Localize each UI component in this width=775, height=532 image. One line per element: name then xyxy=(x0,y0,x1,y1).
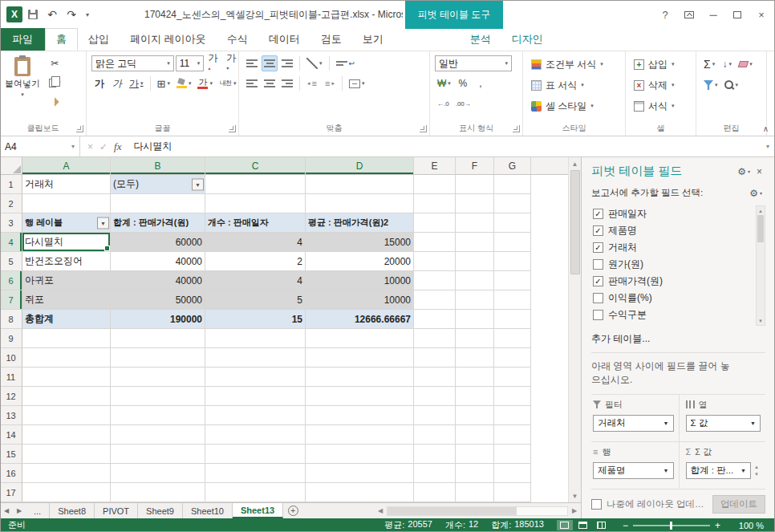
select-all-corner[interactable] xyxy=(0,157,22,175)
filter-dropdown-icon[interactable]: ▼ xyxy=(97,217,109,229)
cell-B2[interactable] xyxy=(111,194,205,213)
cell-E6[interactable] xyxy=(414,271,456,290)
cell-D2[interactable] xyxy=(306,194,414,213)
align-right-button[interactable] xyxy=(279,75,295,91)
font-size-select[interactable]: 11▾ xyxy=(176,55,205,71)
sort-filter-button[interactable]: ▾ xyxy=(701,77,720,93)
scroll-right-icon[interactable]: ▶ xyxy=(568,505,581,518)
cell-A12[interactable] xyxy=(22,387,111,406)
enter-formula-icon[interactable]: ✓ xyxy=(99,141,108,152)
cell-D12[interactable] xyxy=(306,387,414,406)
middle-align-button[interactable] xyxy=(262,55,278,71)
cell-G7[interactable] xyxy=(494,290,531,310)
pane-options-button[interactable]: ⚙▾ xyxy=(734,166,753,177)
cell-A5[interactable]: 반건조오징어 xyxy=(22,252,111,271)
cell-B15[interactable] xyxy=(111,445,205,464)
cell-G2[interactable] xyxy=(494,194,531,213)
row-header-5[interactable]: 5 xyxy=(0,252,22,271)
cell-D5[interactable]: 20000 xyxy=(306,252,414,271)
cell-A3[interactable]: 행 레이블▼ xyxy=(22,213,111,233)
page-break-view-button[interactable] xyxy=(594,520,610,530)
cell-C10[interactable] xyxy=(205,348,306,368)
cell-B10[interactable] xyxy=(111,348,205,368)
scroll-left-icon[interactable]: ◀ xyxy=(374,505,387,518)
field-item-거래처[interactable]: ✓거래처 xyxy=(591,239,754,256)
field-item-원가(원)[interactable]: 원가(원) xyxy=(591,256,754,273)
wrap-text-button[interactable]: ↩ xyxy=(334,55,358,71)
cell-G6[interactable] xyxy=(494,271,531,290)
decrease-decimal-button[interactable]: .00→ xyxy=(453,95,473,112)
bold-button[interactable]: 가 xyxy=(91,75,108,91)
pane-close-button[interactable]: × xyxy=(753,166,765,177)
cell-F10[interactable] xyxy=(456,348,494,368)
cell-E1[interactable] xyxy=(414,175,456,194)
cell-G13[interactable] xyxy=(494,406,531,425)
row-header-9[interactable]: 9 xyxy=(0,329,22,348)
ribbon-tab-보기[interactable]: 보기 xyxy=(352,28,394,51)
name-box-dropdown-icon[interactable]: ▾ xyxy=(71,143,75,150)
cell-G14[interactable] xyxy=(494,425,531,445)
column-header-G[interactable]: G xyxy=(494,157,531,175)
cell-C12[interactable] xyxy=(205,387,306,406)
decrease-indent-button[interactable]: ◂≡ xyxy=(304,75,320,91)
delete-cells-button[interactable]: ×삭제▾ xyxy=(629,75,680,95)
field-item-수익구분[interactable]: 수익구분 xyxy=(591,307,754,323)
cell-C16[interactable] xyxy=(205,464,306,483)
cell-D15[interactable] xyxy=(306,445,414,464)
sheet-tab-Sheet10[interactable]: Sheet10 xyxy=(183,503,233,518)
cell-G11[interactable] xyxy=(494,368,531,387)
cell-G16[interactable] xyxy=(494,464,531,483)
cell-F4[interactable] xyxy=(456,233,494,252)
cell-styles-button[interactable]: 셀 스타일▾ xyxy=(526,96,598,116)
ribbon-tab-삽입[interactable]: 삽입 xyxy=(78,28,120,51)
borders-button[interactable]: ⊞▾ xyxy=(155,75,172,91)
font-dialog-launcher[interactable] xyxy=(229,125,236,132)
cell-C2[interactable] xyxy=(205,194,306,213)
cell-G8[interactable] xyxy=(494,310,531,329)
area-field-rows[interactable]: 제품명▼ xyxy=(593,462,674,479)
cell-A13[interactable] xyxy=(22,406,111,425)
font-name-select[interactable]: 맑은 고딕▾ xyxy=(91,55,174,71)
cell-C1[interactable] xyxy=(205,175,306,194)
ribbon-tab-홈[interactable]: 홈 xyxy=(45,28,78,51)
autosum-button[interactable]: Σ▾ xyxy=(701,56,717,72)
cell-D1[interactable] xyxy=(306,175,414,194)
row-header-3[interactable]: 3 xyxy=(0,213,22,233)
cell-A9[interactable] xyxy=(22,329,111,348)
vertical-scrollbar[interactable]: ▲ ▼ xyxy=(568,157,581,502)
find-select-button[interactable]: ▾ xyxy=(722,77,741,93)
cell-A17[interactable] xyxy=(22,483,111,502)
italic-button[interactable]: 가 xyxy=(109,75,125,91)
cell-B3[interactable]: 합계 : 판매가격(원) xyxy=(111,213,205,233)
ribbon-tab-페이지 레이아웃[interactable]: 페이지 레이아웃 xyxy=(120,28,217,51)
defer-layout-checkbox[interactable] xyxy=(591,499,602,510)
cell-G17[interactable] xyxy=(494,483,531,502)
increase-indent-button[interactable]: ≡▸ xyxy=(322,75,338,91)
cell-E17[interactable] xyxy=(414,483,456,502)
column-header-D[interactable]: D xyxy=(306,157,414,175)
cell-A10[interactable] xyxy=(22,348,111,368)
scroll-up-icon[interactable]: ▲ xyxy=(569,157,582,170)
cell-C9[interactable] xyxy=(205,329,306,348)
cell-C15[interactable] xyxy=(205,445,306,464)
cell-F17[interactable] xyxy=(456,483,494,502)
format-cells-button[interactable]: 서식▾ xyxy=(629,96,680,116)
field-item-판매일자[interactable]: ✓판매일자 xyxy=(591,205,754,222)
ribbon-tab-검토[interactable]: 검토 xyxy=(310,28,352,51)
fill-color-button[interactable]: ▾ xyxy=(174,75,194,91)
sheet-nav-right-icon[interactable]: ▶ xyxy=(13,503,26,518)
new-sheet-button[interactable]: + xyxy=(283,503,302,518)
top-align-button[interactable] xyxy=(244,55,260,71)
sheet-tab-Sheet8[interactable]: Sheet8 xyxy=(50,503,95,518)
cell-D8[interactable]: 12666.66667 xyxy=(306,310,414,329)
cell-A6[interactable]: 아귀포 xyxy=(22,271,111,290)
row-header-11[interactable]: 11 xyxy=(0,368,22,387)
row-header-1[interactable]: 1 xyxy=(0,175,22,194)
cell-A15[interactable] xyxy=(22,445,111,464)
field-list-scrollbar[interactable]: ▲ ▼ xyxy=(756,205,765,326)
horizontal-scrollbar[interactable]: ◀ ▶ xyxy=(374,503,581,518)
cell-E12[interactable] xyxy=(414,387,456,406)
cell-F2[interactable] xyxy=(456,194,494,213)
filter-dropdown-icon[interactable]: ▼ xyxy=(192,178,204,190)
merge-center-button[interactable]: ▾ xyxy=(347,75,367,91)
